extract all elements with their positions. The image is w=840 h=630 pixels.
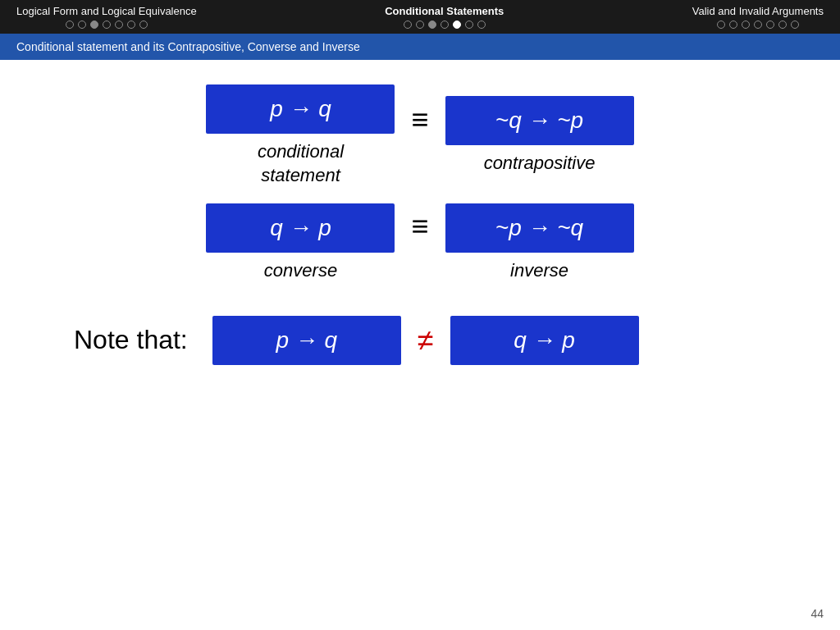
nav-left: Logical Form and Logical Equivalence xyxy=(16,5,197,29)
equiv-symbol-2: ≡ xyxy=(411,209,428,244)
conditional-column: p → q conditional statement xyxy=(206,84,395,187)
note-label: Note that: xyxy=(74,325,188,355)
dot xyxy=(78,21,86,29)
dot xyxy=(127,21,135,29)
note-formula-row: p → q ≠ q → p xyxy=(212,316,639,365)
dot xyxy=(754,21,762,29)
nav-left-title: Logical Form and Logical Equivalence xyxy=(16,5,197,17)
inverse-box: ~p → ~q xyxy=(445,203,634,253)
dot xyxy=(139,21,148,29)
converse-label: converse xyxy=(264,259,337,283)
dot xyxy=(404,21,412,29)
nav-right: Valid and Invalid Arguments xyxy=(692,5,824,29)
note-box1: p → q xyxy=(212,316,401,365)
subtitle-bar: Conditional statement and its Contraposi… xyxy=(0,34,840,60)
dot xyxy=(465,21,473,29)
formula-row-2: q → p converse ≡ ~p → ~q inverse xyxy=(49,203,791,283)
dot xyxy=(103,21,111,29)
contrapositive-label: contrapositive xyxy=(484,152,596,176)
dot xyxy=(66,21,74,29)
page-number: 44 xyxy=(810,607,824,620)
converse-box: q → p xyxy=(206,203,395,253)
nav-right-dots xyxy=(717,21,799,29)
dot xyxy=(778,21,787,29)
converse-column: q → p converse xyxy=(206,203,395,283)
note-section: Note that: p → q ≠ q → p xyxy=(49,316,791,365)
dot xyxy=(428,21,436,29)
dot xyxy=(717,21,725,29)
dot-active xyxy=(453,21,461,29)
top-nav: Logical Form and Logical Equivalence Con… xyxy=(0,0,840,34)
main-content: p → q conditional statement ≡ ~q → ~p co… xyxy=(0,60,840,381)
equiv-symbol-1: ≡ xyxy=(411,103,428,137)
conditional-box: p → q xyxy=(206,84,395,134)
conditional-label: conditional statement xyxy=(258,140,344,187)
subtitle-text: Conditional statement and its Contraposi… xyxy=(16,40,360,53)
nav-center-title: Conditional Statements xyxy=(385,5,504,17)
contrapositive-box: ~q → ~p xyxy=(445,96,634,145)
dot xyxy=(477,21,486,29)
dot xyxy=(441,21,449,29)
dot xyxy=(766,21,774,29)
dot xyxy=(729,21,737,29)
inverse-column: ~p → ~q inverse xyxy=(445,203,634,283)
not-equiv-symbol: ≠ xyxy=(418,323,434,358)
contrapositive-column: ~q → ~p contrapositive xyxy=(445,96,634,176)
inverse-label: inverse xyxy=(510,259,568,283)
dot xyxy=(416,21,424,29)
dot xyxy=(90,21,98,29)
nav-center-dots xyxy=(404,21,486,29)
formula-row-1: p → q conditional statement ≡ ~q → ~p co… xyxy=(49,84,791,187)
dot xyxy=(791,21,799,29)
note-box2: q → p xyxy=(450,316,639,365)
nav-left-dots xyxy=(66,21,148,29)
dot xyxy=(742,21,750,29)
nav-right-title: Valid and Invalid Arguments xyxy=(692,5,824,17)
nav-center: Conditional Statements xyxy=(385,5,504,29)
dot xyxy=(115,21,123,29)
